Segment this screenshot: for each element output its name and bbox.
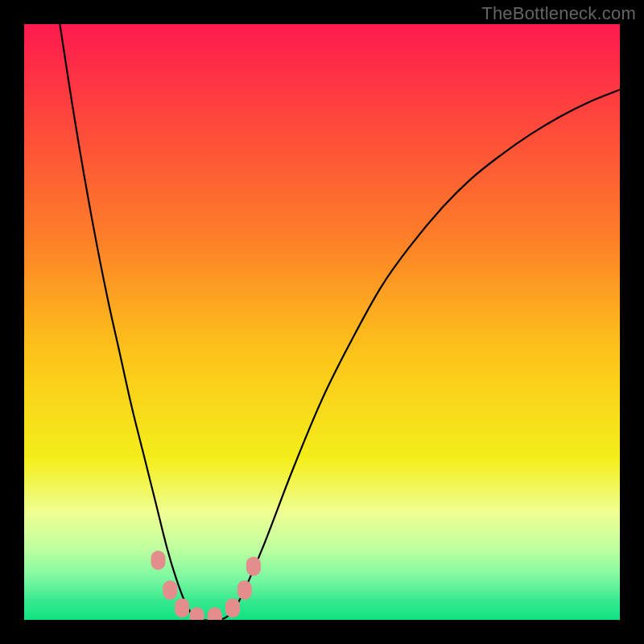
curve-marker: [175, 598, 189, 617]
curve-marker: [246, 556, 261, 576]
curve-marker: [208, 607, 222, 620]
curve-svg: [24, 24, 620, 620]
curve-marker: [151, 551, 166, 570]
bottleneck-curve: [60, 24, 620, 620]
curve-marker: [225, 598, 240, 617]
plot-area: [24, 24, 620, 620]
curve-marker: [163, 580, 177, 600]
curve-marker: [190, 607, 204, 620]
curve-marker: [237, 580, 252, 600]
curve-markers: [151, 551, 261, 620]
watermark-text: TheBottleneck.com: [481, 3, 636, 24]
chart-frame: TheBottleneck.com: [0, 0, 644, 644]
